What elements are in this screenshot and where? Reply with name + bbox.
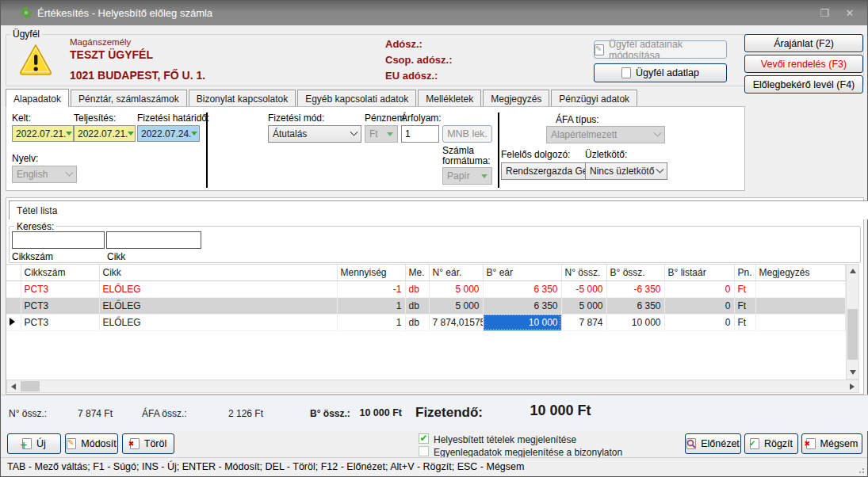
v-scroll-thumb[interactable] [847, 309, 858, 360]
table-cell[interactable]: 5 000 [429, 280, 483, 297]
table-cell[interactable]: -6 350 [606, 280, 664, 297]
h-scroll-thumb[interactable] [21, 381, 40, 391]
vat-type-combo[interactable]: Alapértelmezett [546, 126, 665, 143]
table-cell[interactable]: 0 [664, 280, 734, 297]
preview-button[interactable]: Előnézet [685, 433, 741, 454]
main-tab-1[interactable]: Pénztár, számlaszámok [71, 90, 187, 107]
scroll-down-icon[interactable] [850, 370, 856, 375]
window-titlebar[interactable]: Értékesítés - Helyesbítő előleg számla ❒… [1, 1, 867, 25]
main-tab-4[interactable]: Mellékletek [418, 90, 481, 107]
main-tab-2[interactable]: Bizonylat kapcsolatok [189, 90, 296, 107]
resize-grip[interactable] [857, 466, 865, 474]
table-cell[interactable]: db [405, 297, 429, 314]
table-cell[interactable]: Ft [734, 314, 755, 330]
table-cell[interactable]: 5 000 [561, 297, 606, 314]
table-cell[interactable]: 6 350 [483, 297, 561, 314]
main-tab-3[interactable]: Egyéb kapcsolati adatok [297, 90, 416, 107]
mnb-button[interactable]: MNB lek. [442, 125, 492, 143]
column-header-1[interactable]: Cikk [99, 265, 337, 280]
table-cell[interactable]: PCT3 [21, 297, 99, 314]
teljesites-datefield[interactable]: 2022.07.21. [74, 125, 136, 142]
save-button[interactable]: ✔ Rögzít [744, 433, 798, 454]
statusbar-text: TAB - Mező váltás; F1 - Súgó; INS - Új; … [7, 461, 524, 472]
h-scrollbar[interactable] [6, 380, 859, 393]
cancel-button[interactable]: ✖ Mégsem [801, 433, 862, 454]
new-item-button[interactable]: + Új [7, 433, 61, 454]
currency-combo[interactable]: Ft [365, 125, 398, 143]
table-cell[interactable]: 0 [664, 314, 734, 330]
table-row[interactable]: PCT3ELŐLEG-1db5 0006 350-5 000-6 3500Ft [6, 280, 846, 297]
column-header-8[interactable]: B° listaár [664, 265, 734, 280]
table-cell[interactable]: db [405, 280, 429, 297]
table-cell[interactable]: ELŐLEG [99, 314, 337, 330]
customer-datasheet-button[interactable]: Ügyfél adatlap [594, 63, 727, 82]
table-cell[interactable]: 1 [337, 314, 405, 330]
table-cell[interactable]: 6 350 [483, 280, 561, 297]
column-header-4[interactable]: N° eár. [429, 265, 483, 280]
maximize-button[interactable]: ❒ [813, 6, 835, 21]
kelt-datefield[interactable]: 2022.07.21. [12, 125, 74, 142]
table-cell[interactable]: PCT3 [21, 280, 99, 297]
quote-button[interactable]: Árajánlat (F2) [744, 34, 863, 52]
column-header-9[interactable]: Pn. [734, 265, 755, 280]
table-cell[interactable] [755, 314, 846, 330]
advance-request-button[interactable]: Előlegbekérő levél (F4) [744, 75, 863, 93]
summary-bar: N° össz.: 7 874 Ft ÁFA össz.: 2 126 Ft B… [2, 395, 868, 431]
table-cell[interactable]: 5 000 [429, 297, 483, 314]
column-header-0[interactable]: Cikkszám [21, 265, 99, 280]
checkbox-helyesbitett[interactable]: ✔ [419, 433, 429, 444]
table-cell[interactable]: 1 [337, 297, 405, 314]
agent-combo[interactable]: Nincs üzletkötő [585, 162, 667, 180]
table-cell[interactable]: 10 000 [606, 314, 664, 330]
net-total-value: 7 874 Ft [45, 408, 113, 419]
table-cell[interactable]: 10 000 [483, 314, 561, 330]
table-cell[interactable]: db [405, 314, 429, 330]
table-cell[interactable]: 6 350 [606, 297, 664, 314]
row-indicator-cell [6, 314, 21, 330]
modify-customer-button[interactable]: ✎ Ügyfél adatainak módosítása [594, 40, 727, 59]
main-tab-5[interactable]: Megjegyzés [483, 90, 549, 107]
scroll-up-icon[interactable] [850, 269, 856, 273]
modify-item-button[interactable]: ✎ Módosít [65, 433, 118, 454]
language-combo[interactable]: English [12, 166, 77, 183]
chevron-down-icon [654, 128, 662, 136]
column-header-3[interactable]: Me. [405, 265, 429, 280]
table-cell[interactable]: ELŐLEG [99, 297, 337, 314]
checkbox-egyenleg[interactable] [419, 446, 429, 456]
search-input-cikkszam[interactable] [12, 231, 105, 249]
table-row[interactable]: PCT3ELŐLEG1db5 0006 3505 0006 3500Ft [6, 297, 846, 314]
table-cell[interactable]: Ft [734, 297, 755, 314]
close-button[interactable]: ✕ [839, 6, 861, 21]
table-cell[interactable]: -5 000 [561, 280, 606, 297]
delete-item-button[interactable]: ✖ Töröl [122, 433, 174, 454]
table-cell[interactable] [755, 280, 846, 297]
table-cell[interactable]: Ft [734, 280, 755, 297]
payment-method-combo[interactable]: Átutalás [268, 125, 361, 143]
tax-number-label: Adósz.: [385, 38, 423, 50]
scroll-left-icon[interactable] [11, 384, 16, 390]
app-window: Értékesítés - Helyesbítő előleg számla ❒… [0, 0, 868, 477]
column-header-2[interactable]: Mennyiség [337, 265, 405, 280]
scroll-right-icon[interactable] [850, 384, 855, 390]
customer-order-button[interactable]: Vevői rendelés (F3) [744, 55, 863, 73]
column-header-10[interactable]: Megjegyzés [755, 265, 846, 280]
main-tab-6[interactable]: Pénzügyi adatok [551, 90, 637, 107]
column-header-5[interactable]: B° eár [483, 265, 561, 280]
exchange-rate-input[interactable] [401, 125, 439, 143]
search-input-cikk[interactable] [106, 231, 201, 249]
v-scrollbar[interactable] [846, 264, 859, 380]
table-cell[interactable]: 7 874 [561, 314, 606, 330]
invoice-format-combo[interactable]: Papír [442, 167, 492, 185]
column-header-7[interactable]: B° össz. [606, 265, 664, 280]
tab-tetel-lista[interactable]: Tétel lista [9, 200, 868, 219]
table-cell[interactable] [755, 297, 846, 314]
table-cell[interactable]: 7 874,01575 [429, 314, 483, 330]
table-row[interactable]: PCT3ELŐLEG1db7 874,0157510 0007 87410 00… [6, 314, 846, 330]
main-tab-0[interactable]: Alapadatok [6, 89, 69, 107]
table-cell[interactable]: ELŐLEG [99, 280, 337, 297]
table-cell[interactable]: -1 [337, 280, 405, 297]
column-header-6[interactable]: N° össz. [561, 265, 606, 280]
table-cell[interactable]: 0 [664, 297, 734, 314]
table-cell[interactable]: PCT3 [21, 314, 99, 330]
hatarido-datefield[interactable]: 2022.07.24. [137, 125, 200, 142]
